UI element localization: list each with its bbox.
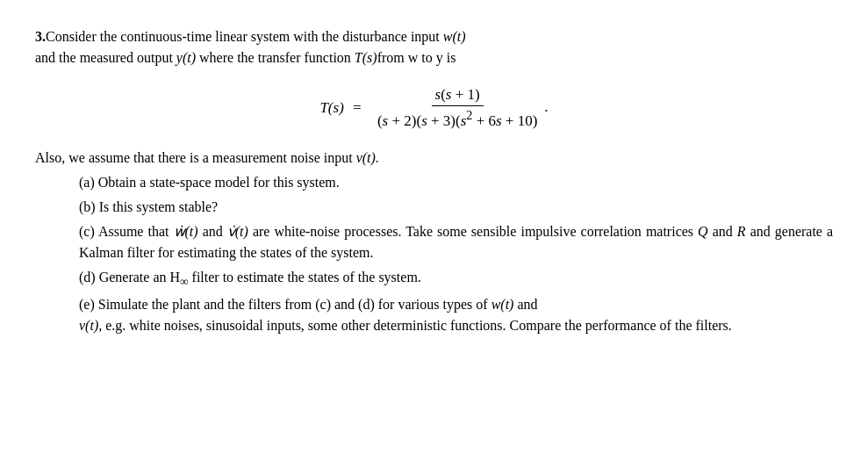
part-c: (c) Assume that ẇ(t) and v̇(t) are white… [79, 221, 833, 263]
R-variable: R [737, 224, 746, 239]
equals-sign: = [353, 99, 362, 116]
vdot-variable: v̇(t) [227, 224, 248, 239]
Ts-variable: T(s) [355, 50, 377, 65]
sub-parts: (a) Obtain a state-space model for this … [79, 172, 833, 336]
d-suffix: filter to estimate the states of the sys… [189, 270, 421, 285]
wt-variable: w(t) [443, 29, 466, 44]
formula-period: . [544, 98, 548, 115]
wdot-variable: ẇ(t) [174, 224, 198, 239]
problem-intro: 3.Consider the continuous-time linear sy… [35, 26, 833, 68]
part-d: (d) Generate an H∞ filter to estimate th… [79, 267, 833, 291]
e-vt: v(t), [79, 318, 102, 333]
vt-variable: v(t). [356, 150, 379, 165]
numerator: s(s + 1) [432, 86, 484, 106]
yt-variable: y(t) [176, 50, 196, 65]
formula-lhs: T(s) [319, 99, 343, 116]
problem-number: 3. [35, 29, 46, 44]
problem-container: 3.Consider the continuous-time linear sy… [35, 26, 833, 336]
part-a: (a) Obtain a state-space model for this … [79, 172, 833, 193]
part-e: (e) Simulate the plant and the filters f… [79, 294, 833, 336]
part-b: (b) Is this system stable? [79, 197, 833, 218]
fraction: s(s + 1) (s + 2)(s + 3)(s2 + 6s + 10) [374, 86, 541, 130]
e-wt: w(t) [491, 297, 514, 312]
transfer-function-formula: T(s) = s(s + 1) (s + 2)(s + 3)(s2 + 6s +… [35, 86, 833, 130]
d-inf-sub: ∞ [180, 275, 189, 288]
d-prefix: (d) Generate an H [79, 270, 180, 285]
also-text: Also, we assume that there is a measurem… [35, 148, 833, 169]
Q-variable: Q [698, 224, 708, 239]
denominator: (s + 2)(s + 3)(s2 + 6s + 10) [374, 106, 541, 130]
